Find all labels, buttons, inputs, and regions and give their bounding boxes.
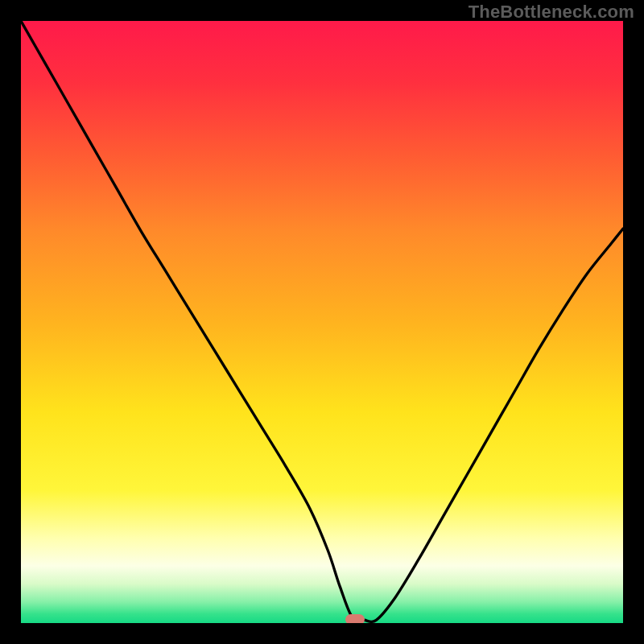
chart-frame: TheBottleneck.com — [0, 0, 644, 644]
plot-area — [21, 21, 623, 623]
bottleneck-curve — [21, 21, 623, 623]
optimal-point-marker — [345, 614, 365, 623]
watermark-text: TheBottleneck.com — [469, 2, 634, 23]
